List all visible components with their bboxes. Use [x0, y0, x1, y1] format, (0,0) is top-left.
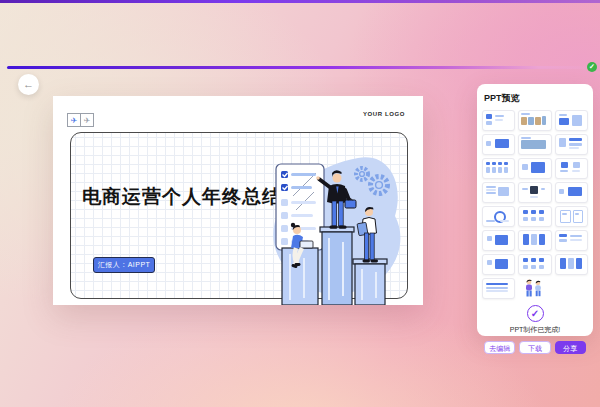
thumb-shape	[486, 192, 496, 194]
action-buttons: 去编辑 下载 分享	[482, 341, 588, 354]
ppt-preview-panel: PPT预览 ✓ PPT制作已完成! 去编辑 下载 分享	[477, 84, 593, 336]
slide-thumbnail-19[interactable]	[482, 254, 515, 275]
thumb-shape	[569, 147, 579, 149]
thumb-shape	[531, 234, 537, 245]
thumb-shape	[495, 119, 503, 121]
thumb-shape	[486, 220, 495, 222]
thumb-shape	[539, 210, 544, 214]
thumb-shape	[539, 258, 544, 262]
thumb-shape	[559, 118, 569, 125]
generation-progress-bar	[7, 66, 585, 69]
thumb-shape	[522, 188, 528, 190]
thumb-shape	[495, 115, 504, 117]
edit-button[interactable]: 去编辑	[484, 341, 515, 354]
thumb-shape	[560, 210, 571, 223]
slide-thumbnail-1[interactable]	[482, 110, 515, 131]
slide-thumbnail-11[interactable]	[518, 182, 551, 203]
thumb-shape	[498, 162, 502, 165]
slide-preview: ✈ ✈ YOUR LOGO 电商运营个人年终总结 汇报人：AIPPT	[53, 96, 423, 305]
back-button[interactable]: ←	[18, 74, 39, 95]
thumb-shape	[531, 258, 536, 262]
thumb-shape	[559, 189, 564, 194]
thumb-shape	[531, 217, 536, 221]
slide-thumbnail-15[interactable]	[555, 206, 588, 227]
thumb-shape	[560, 170, 568, 172]
thumb-shape	[569, 138, 582, 141]
thumb-shape	[523, 217, 528, 221]
thumb-shape	[521, 140, 546, 149]
thumb-shape	[504, 162, 508, 165]
slide-thumbnail-21[interactable]	[555, 254, 588, 275]
plane-icon: ✈	[67, 113, 81, 127]
thumb-shape	[486, 189, 496, 191]
thumb-shape	[486, 141, 491, 146]
slide-thumbnail-18[interactable]	[555, 230, 588, 251]
thumb-shape	[495, 235, 508, 245]
slide-thumbnail-8[interactable]	[518, 158, 551, 179]
thumb-shape	[521, 137, 531, 139]
thumb-shape	[576, 258, 582, 269]
thumb-shape	[528, 117, 534, 125]
slide-thumbnail-7[interactable]	[482, 158, 515, 179]
thumb-shape	[498, 187, 509, 196]
thumb-shape	[486, 287, 508, 289]
thumb-shape	[486, 167, 490, 173]
slide-thumbnail-13[interactable]	[482, 206, 515, 227]
thumb-shape	[500, 220, 509, 222]
slide-thumbnail-22[interactable]	[482, 278, 515, 299]
thumb-shape	[531, 162, 545, 173]
slide-thumbnail-16[interactable]	[482, 230, 515, 251]
progress-complete-icon: ✓	[587, 62, 597, 72]
thumb-shape	[570, 239, 582, 241]
slide-thumbnail-3[interactable]	[555, 110, 588, 131]
thumb-shape	[539, 217, 544, 221]
slide-thumbnail-10[interactable]	[482, 182, 515, 203]
download-button[interactable]: 下载	[519, 341, 550, 354]
slide-thumbnail-17[interactable]	[518, 230, 551, 251]
thumb-shape	[487, 260, 492, 265]
slide-thumbnail-14[interactable]	[518, 206, 551, 227]
thumb-shape	[531, 210, 536, 214]
plane-icon: ✈	[80, 113, 94, 127]
slide-thumbnail-6[interactable]	[555, 134, 588, 155]
thumb-shape	[487, 236, 492, 241]
thumb-shape	[559, 114, 567, 116]
thumb-shape	[559, 234, 567, 237]
slide-title: 电商运营个人年终总结	[82, 184, 282, 210]
thumb-shape	[523, 210, 528, 214]
slide-thumbnail-2[interactable]	[518, 110, 551, 131]
panel-title: PPT预览	[484, 92, 588, 105]
thumb-shape	[486, 283, 508, 285]
slide-thumbnail-4[interactable]	[482, 134, 515, 155]
thumb-shape	[561, 162, 568, 168]
thumb-shape	[568, 258, 574, 269]
completion-check-icon: ✓	[527, 305, 544, 322]
thumb-shape	[559, 138, 566, 147]
share-button[interactable]: 分享	[555, 341, 586, 354]
thumb-shape	[531, 265, 536, 269]
thumb-shape	[522, 164, 528, 170]
thumb-shape	[521, 117, 527, 125]
thumb-shape	[562, 213, 567, 215]
slide-thumbnail-5[interactable]	[518, 134, 551, 155]
thumb-shape	[486, 290, 508, 292]
slide-thumbnail-20[interactable]	[518, 254, 551, 275]
thumb-shape	[523, 234, 529, 245]
thumb-shape	[530, 186, 538, 194]
thumbnail-grid	[482, 110, 588, 299]
mascot-svg	[518, 278, 549, 297]
thumb-shape	[570, 235, 582, 237]
thumb-shape	[486, 162, 490, 165]
thumb-shape	[486, 186, 496, 188]
slide-thumbnail-12[interactable]	[555, 182, 588, 203]
thumb-shape	[569, 143, 582, 146]
slide-logo-text: YOUR LOGO	[363, 111, 405, 117]
thumb-shape	[542, 116, 546, 125]
thumb-shape	[541, 188, 545, 190]
thumb-shape	[572, 170, 580, 172]
thumb-shape	[521, 113, 530, 115]
thumb-shape	[523, 258, 528, 262]
thumb-shape	[573, 162, 580, 168]
slide-thumbnail-9[interactable]	[555, 158, 588, 179]
thumb-shape	[572, 115, 582, 126]
